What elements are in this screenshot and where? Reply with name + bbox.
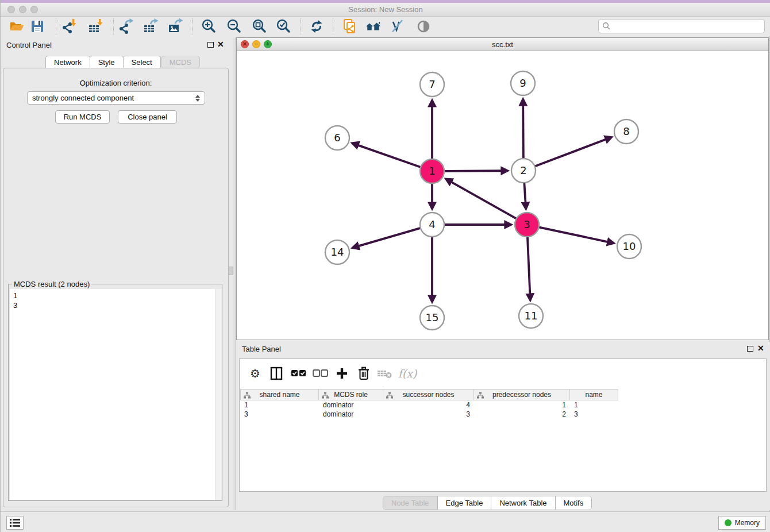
delete-column-button[interactable]	[355, 365, 372, 382]
column-header-predecessor-nodes[interactable]: predecessor nodes	[474, 389, 570, 400]
graph-edge-3-11[interactable]	[528, 237, 530, 294]
export-table-button[interactable]	[142, 17, 160, 36]
mcds-tab-content: Optimization criterion: strongly connect…	[3, 68, 229, 507]
column-header-label: predecessor nodes	[492, 391, 551, 399]
graph-edge-3-10[interactable]	[539, 227, 608, 242]
column-header-label: MCDS role	[334, 391, 368, 399]
column-header-label: successor nodes	[402, 391, 454, 399]
graph-edge-1-6[interactable]	[358, 145, 421, 167]
table-settings-button[interactable]: ⚙	[247, 365, 264, 382]
node-table-container: ⚙	[239, 358, 767, 492]
refresh-button[interactable]	[307, 17, 326, 36]
table-cell[interactable]: 3	[240, 410, 319, 419]
zoom-out-button[interactable]	[225, 17, 244, 36]
zoom-selected-button[interactable]	[275, 17, 293, 36]
clone-network-button[interactable]	[341, 17, 359, 36]
graph-node-label-11: 11	[525, 310, 538, 322]
memory-button[interactable]: Memory	[718, 516, 766, 530]
graph-edge-2-9[interactable]	[523, 105, 523, 159]
control-tab-network[interactable]: Network	[45, 56, 90, 68]
column-header-successor-nodes[interactable]: successor nodes	[383, 389, 474, 400]
graph-node-label-6: 6	[334, 132, 340, 144]
float-panel-icon[interactable]	[207, 42, 214, 48]
delete-table-icon	[376, 367, 394, 380]
export-image-button[interactable]	[167, 17, 185, 36]
mcds-result-group: MCDS result (2 nodes) 1 3	[8, 284, 222, 501]
network-canvas[interactable]: 7968124314101511	[237, 51, 768, 340]
mcds-result-text[interactable]: 1 3	[10, 289, 221, 500]
table-cell[interactable]: 1	[570, 400, 618, 410]
table-tab-network-table[interactable]: Network Table	[491, 496, 555, 510]
table-row[interactable]: 1dominator411	[240, 400, 618, 410]
create-column-button[interactable]	[333, 365, 351, 382]
first-neighbors-button[interactable]	[364, 17, 383, 36]
table-cell[interactable]: 4	[383, 400, 474, 410]
table-row[interactable]: 3dominator323	[240, 410, 618, 419]
application-window: Session: New Session	[0, 0, 770, 532]
table-cell[interactable]: dominator	[319, 400, 383, 410]
graph-edge-2-8[interactable]	[535, 139, 606, 166]
split-columns-button[interactable]	[268, 365, 285, 382]
graph-edge-1-2[interactable]	[444, 171, 502, 171]
run-mcds-button[interactable]: Run MCDS	[55, 110, 110, 124]
column-header-label: shared name	[259, 391, 299, 399]
graph-node-label-3: 3	[523, 218, 530, 230]
zoom-fit-button[interactable]	[251, 17, 269, 36]
deselect-all-columns-button[interactable]	[312, 365, 329, 382]
network-frame-titlebar[interactable]: ✕ − + scc.txt	[237, 38, 768, 51]
vizmap-button[interactable]	[388, 17, 407, 36]
optimization-criterion-select[interactable]: strongly connected component	[27, 91, 205, 105]
export-network-button[interactable]	[117, 17, 136, 36]
table-cell[interactable]: dominator	[319, 410, 383, 419]
control-tab-mcds[interactable]: MCDS	[161, 56, 200, 68]
close-table-panel-icon[interactable]: ✕	[757, 344, 764, 353]
table-cell[interactable]: 3	[383, 410, 474, 419]
delete-table-button[interactable]	[376, 365, 394, 382]
import-table-button[interactable]	[86, 17, 105, 36]
select-all-columns-button[interactable]	[290, 365, 307, 382]
zoom-fit-icon	[251, 18, 268, 35]
save-session-button[interactable]	[28, 17, 47, 36]
toolbar-separator	[301, 18, 301, 34]
control-tab-style[interactable]: Style	[90, 56, 124, 68]
function-builder-button[interactable]: f(x)	[399, 365, 416, 382]
result-scrollbar[interactable]	[215, 289, 221, 500]
show-hide-details-button[interactable]	[414, 17, 433, 36]
graph-edge-4-14[interactable]	[358, 228, 420, 246]
close-panel-button[interactable]: Close panel	[118, 110, 177, 124]
table-tab-node-table[interactable]: Node Table	[383, 496, 437, 510]
column-header-shared-name[interactable]: shared name	[240, 389, 319, 400]
eye-contrast-icon	[415, 18, 432, 35]
graph-edge-3-1[interactable]	[451, 182, 517, 219]
open-session-button[interactable]	[7, 17, 26, 36]
graph-node-label-2: 2	[520, 164, 526, 176]
table-tab-motifs[interactable]: Motifs	[555, 496, 592, 510]
graph-edge-2-3[interactable]	[524, 183, 525, 203]
graph-node-label-4: 4	[429, 218, 435, 230]
column-header-MCDS-role[interactable]: MCDS role	[319, 389, 383, 400]
status-bar: Memory	[1, 511, 770, 532]
search-field[interactable]	[598, 19, 765, 33]
table-cell[interactable]: 3	[570, 410, 618, 419]
task-history-button[interactable]	[6, 516, 24, 530]
search-input[interactable]	[613, 22, 764, 30]
titlebar: Session: New Session	[1, 3, 770, 17]
table-body: 1dominator4113dominator323	[240, 400, 618, 419]
memory-status-dot	[725, 519, 732, 526]
zoom-in-button[interactable]	[200, 17, 218, 36]
network-view-frame: ✕ − + scc.txt 7968124314101511	[236, 37, 769, 340]
checked-boxes-icon	[290, 368, 307, 379]
toolbar-separator	[113, 18, 114, 34]
export-image-icon	[167, 18, 184, 35]
table-tab-edge-table[interactable]: Edge Table	[437, 496, 491, 510]
column-header-name[interactable]: name	[570, 389, 618, 400]
table-cell[interactable]: 1	[474, 400, 570, 410]
import-network-button[interactable]	[60, 17, 79, 36]
control-tab-select[interactable]: Select	[124, 56, 161, 68]
close-panel-icon[interactable]: ✕	[217, 40, 224, 49]
table-cell[interactable]: 1	[240, 400, 319, 410]
import-table-icon	[87, 18, 104, 35]
split-divider-handle[interactable]	[228, 267, 233, 275]
table-cell[interactable]: 2	[474, 410, 570, 419]
float-table-panel-icon[interactable]	[747, 346, 753, 352]
